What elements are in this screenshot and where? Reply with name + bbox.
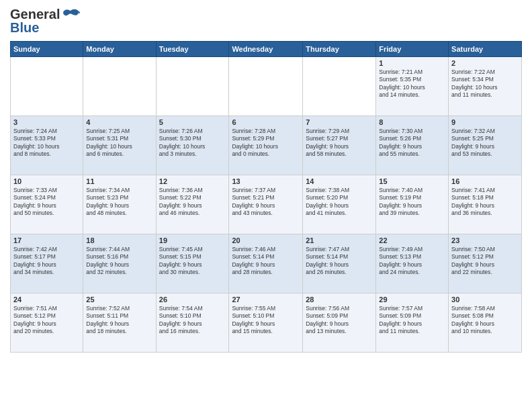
day-number: 18 <box>86 236 152 244</box>
day-cell <box>303 56 376 116</box>
day-cell: 10Sunrise: 7:33 AM Sunset: 5:24 PM Dayli… <box>11 175 83 234</box>
day-number: 24 <box>13 295 80 304</box>
day-info: Sunrise: 7:37 AM Sunset: 5:21 PM Dayligh… <box>232 187 300 218</box>
day-info: Sunrise: 7:58 AM Sunset: 5:08 PM Dayligh… <box>451 305 519 336</box>
day-cell: 15Sunrise: 7:40 AM Sunset: 5:19 PM Dayli… <box>376 175 449 234</box>
day-cell: 14Sunrise: 7:38 AM Sunset: 5:20 PM Dayli… <box>303 175 376 234</box>
day-info: Sunrise: 7:45 AM Sunset: 5:15 PM Dayligh… <box>159 246 226 277</box>
day-cell: 11Sunrise: 7:34 AM Sunset: 5:23 PM Dayli… <box>83 175 156 234</box>
day-cell: 30Sunrise: 7:58 AM Sunset: 5:08 PM Dayli… <box>449 293 522 352</box>
day-cell <box>156 56 229 116</box>
day-info: Sunrise: 7:30 AM Sunset: 5:26 PM Dayligh… <box>379 128 445 158</box>
day-info: Sunrise: 7:41 AM Sunset: 5:18 PM Dayligh… <box>451 187 519 218</box>
day-number: 4 <box>86 118 152 126</box>
day-number: 30 <box>451 295 519 304</box>
day-number: 13 <box>232 177 300 185</box>
day-cell: 24Sunrise: 7:51 AM Sunset: 5:12 PM Dayli… <box>11 293 83 352</box>
day-info: Sunrise: 7:36 AM Sunset: 5:22 PM Dayligh… <box>159 187 226 218</box>
day-cell: 20Sunrise: 7:46 AM Sunset: 5:14 PM Dayli… <box>229 234 303 293</box>
day-number: 29 <box>379 295 445 304</box>
day-cell: 3Sunrise: 7:24 AM Sunset: 5:33 PM Daylig… <box>11 116 83 175</box>
day-number: 5 <box>159 118 226 126</box>
day-number: 16 <box>451 177 519 185</box>
day-cell: 18Sunrise: 7:44 AM Sunset: 5:16 PM Dayli… <box>83 234 156 293</box>
day-info: Sunrise: 7:52 AM Sunset: 5:11 PM Dayligh… <box>86 305 152 336</box>
page: General Blue Sunday Monday Tuesday Wedne… <box>0 0 532 411</box>
col-tuesday: Tuesday <box>156 41 229 56</box>
day-number: 9 <box>451 118 519 126</box>
day-cell: 29Sunrise: 7:57 AM Sunset: 5:09 PM Dayli… <box>376 293 449 352</box>
day-cell: 19Sunrise: 7:45 AM Sunset: 5:15 PM Dayli… <box>156 234 229 293</box>
day-cell: 9Sunrise: 7:32 AM Sunset: 5:25 PM Daylig… <box>449 116 522 175</box>
day-cell: 13Sunrise: 7:37 AM Sunset: 5:21 PM Dayli… <box>229 175 303 234</box>
day-number: 21 <box>306 236 373 244</box>
day-number: 6 <box>232 118 300 126</box>
day-cell: 21Sunrise: 7:47 AM Sunset: 5:14 PM Dayli… <box>303 234 376 293</box>
header: General Blue <box>10 7 522 36</box>
day-info: Sunrise: 7:57 AM Sunset: 5:09 PM Dayligh… <box>379 305 445 336</box>
day-info: Sunrise: 7:47 AM Sunset: 5:14 PM Dayligh… <box>306 246 373 277</box>
calendar: Sunday Monday Tuesday Wednesday Thursday… <box>10 41 522 353</box>
day-info: Sunrise: 7:42 AM Sunset: 5:17 PM Dayligh… <box>13 246 80 277</box>
day-info: Sunrise: 7:32 AM Sunset: 5:25 PM Dayligh… <box>451 128 519 158</box>
day-info: Sunrise: 7:51 AM Sunset: 5:12 PM Dayligh… <box>13 305 80 336</box>
col-thursday: Thursday <box>303 41 376 56</box>
day-cell: 8Sunrise: 7:30 AM Sunset: 5:26 PM Daylig… <box>376 116 449 175</box>
day-info: Sunrise: 7:29 AM Sunset: 5:27 PM Dayligh… <box>306 128 373 158</box>
day-number: 3 <box>13 118 80 126</box>
day-cell: 1Sunrise: 7:21 AM Sunset: 5:35 PM Daylig… <box>376 56 449 116</box>
week-row-3: 10Sunrise: 7:33 AM Sunset: 5:24 PM Dayli… <box>11 175 522 234</box>
day-cell: 27Sunrise: 7:55 AM Sunset: 5:10 PM Dayli… <box>229 293 303 352</box>
day-number: 26 <box>159 295 226 304</box>
day-number: 28 <box>306 295 373 304</box>
day-info: Sunrise: 7:56 AM Sunset: 5:09 PM Dayligh… <box>306 305 373 336</box>
day-number: 27 <box>232 295 300 304</box>
day-number: 12 <box>159 177 226 185</box>
day-cell: 28Sunrise: 7:56 AM Sunset: 5:09 PM Dayli… <box>303 293 376 352</box>
day-info: Sunrise: 7:24 AM Sunset: 5:33 PM Dayligh… <box>13 128 80 158</box>
day-cell <box>11 56 83 116</box>
day-number: 11 <box>86 177 152 185</box>
col-sunday: Sunday <box>11 41 83 56</box>
logo-bird-icon <box>61 8 80 23</box>
day-cell: 25Sunrise: 7:52 AM Sunset: 5:11 PM Dayli… <box>83 293 156 352</box>
day-info: Sunrise: 7:26 AM Sunset: 5:30 PM Dayligh… <box>159 128 226 158</box>
week-row-2: 3Sunrise: 7:24 AM Sunset: 5:33 PM Daylig… <box>11 116 522 175</box>
logo-general: General <box>10 7 60 21</box>
calendar-header: Sunday Monday Tuesday Wednesday Thursday… <box>11 41 522 56</box>
day-cell: 16Sunrise: 7:41 AM Sunset: 5:18 PM Dayli… <box>449 175 522 234</box>
day-number: 17 <box>13 236 80 244</box>
logo-container: General Blue <box>10 7 80 36</box>
day-info: Sunrise: 7:21 AM Sunset: 5:35 PM Dayligh… <box>379 68 445 99</box>
day-cell: 4Sunrise: 7:25 AM Sunset: 5:31 PM Daylig… <box>83 116 156 175</box>
col-saturday: Saturday <box>449 41 522 56</box>
col-wednesday: Wednesday <box>229 41 303 56</box>
day-number: 14 <box>306 177 373 185</box>
day-cell <box>229 56 303 116</box>
day-cell: 6Sunrise: 7:28 AM Sunset: 5:29 PM Daylig… <box>229 116 303 175</box>
day-info: Sunrise: 7:40 AM Sunset: 5:19 PM Dayligh… <box>379 187 445 218</box>
day-info: Sunrise: 7:54 AM Sunset: 5:10 PM Dayligh… <box>159 305 226 336</box>
day-cell: 17Sunrise: 7:42 AM Sunset: 5:17 PM Dayli… <box>11 234 83 293</box>
day-cell: 22Sunrise: 7:49 AM Sunset: 5:13 PM Dayli… <box>376 234 449 293</box>
week-row-1: 1Sunrise: 7:21 AM Sunset: 5:35 PM Daylig… <box>11 56 522 116</box>
day-cell: 2Sunrise: 7:22 AM Sunset: 5:34 PM Daylig… <box>449 56 522 116</box>
day-cell <box>83 56 156 116</box>
col-friday: Friday <box>376 41 449 56</box>
week-row-4: 17Sunrise: 7:42 AM Sunset: 5:17 PM Dayli… <box>11 234 522 293</box>
day-cell: 23Sunrise: 7:50 AM Sunset: 5:12 PM Dayli… <box>449 234 522 293</box>
week-row-5: 24Sunrise: 7:51 AM Sunset: 5:12 PM Dayli… <box>11 293 522 352</box>
day-number: 19 <box>159 236 226 244</box>
day-info: Sunrise: 7:28 AM Sunset: 5:29 PM Dayligh… <box>232 128 300 158</box>
day-cell: 5Sunrise: 7:26 AM Sunset: 5:30 PM Daylig… <box>156 116 229 175</box>
day-number: 23 <box>451 236 519 244</box>
day-info: Sunrise: 7:33 AM Sunset: 5:24 PM Dayligh… <box>13 187 80 218</box>
day-number: 15 <box>379 177 445 185</box>
day-info: Sunrise: 7:34 AM Sunset: 5:23 PM Dayligh… <box>86 187 152 218</box>
day-number: 1 <box>379 59 445 67</box>
day-number: 20 <box>232 236 300 244</box>
day-info: Sunrise: 7:55 AM Sunset: 5:10 PM Dayligh… <box>232 305 300 336</box>
day-number: 10 <box>13 177 80 185</box>
day-number: 25 <box>86 295 152 304</box>
day-number: 7 <box>306 118 373 126</box>
